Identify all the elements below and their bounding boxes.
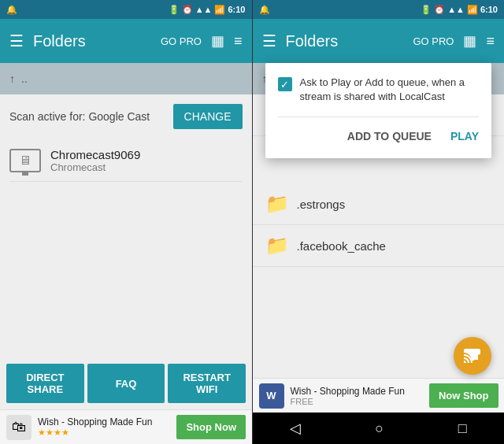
path-left: .. — [21, 72, 28, 85]
back-button-right[interactable]: ◁ — [274, 413, 317, 443]
nav-bar-right: ◁ ○ □ — [253, 413, 505, 444]
up-arrow-left[interactable]: ↑ — [9, 72, 15, 85]
direct-share-button[interactable]: DIRECT SHARE — [6, 364, 84, 403]
folder-icon-1: 📁 — [265, 193, 289, 215]
battery-icon: 🔋 — [169, 5, 180, 15]
folder-name-1: .estrongs — [297, 198, 346, 211]
wifi-icon-right: 📶 — [467, 5, 478, 15]
device-info: Chromecast9069 Chromecast — [50, 148, 140, 173]
list-item[interactable]: 📁 .estrongs — [253, 183, 505, 225]
toolbar-left: ☰ Folders GO PRO ▦ ≡ — [0, 19, 252, 63]
cast-fab[interactable] — [454, 337, 491, 375]
ad-icon-left: 🛍 — [6, 415, 32, 440]
device-icon: 🖥 — [9, 149, 41, 172]
menu-icon-left[interactable]: ☰ — [9, 31, 24, 50]
signal-icon: ▲▲ — [195, 5, 213, 14]
folder-icon-2: 📁 — [265, 235, 289, 257]
change-button[interactable]: CHANGE — [173, 104, 243, 129]
add-to-queue-button[interactable]: ADD TO QUEUE — [347, 127, 432, 146]
dialog-checkbox-row: ✓ Ask to Play or Add to queue, when a st… — [278, 76, 480, 104]
time-display: 6:10 — [228, 5, 245, 14]
play-button[interactable]: PLAY — [450, 127, 479, 146]
device-type: Chromecast — [50, 161, 140, 173]
dialog-checkbox[interactable]: ✓ — [278, 77, 292, 91]
ad-badge-right: FREE — [291, 397, 423, 406]
scan-row: Scan active for: Google Cast CHANGE — [9, 104, 243, 129]
go-pro-button-left[interactable]: GO PRO — [161, 35, 202, 47]
ad-stars-left: ★★★★ — [38, 427, 170, 438]
grid-icon-left[interactable]: ▦ — [211, 32, 224, 50]
notification-icons-right: 🔔 — [259, 5, 270, 15]
ad-icon-right: W — [259, 383, 284, 409]
wifi-icon: 📶 — [214, 5, 225, 15]
menu-icon-right[interactable]: ☰ — [262, 31, 276, 50]
faq-button[interactable]: FAQ — [87, 364, 165, 403]
action-buttons: DIRECT SHARE FAQ RESTART WIFI — [0, 357, 252, 409]
signal-icon-right: ▲▲ — [447, 5, 465, 14]
device-item[interactable]: 🖥 Chromecast9069 Chromecast — [9, 140, 243, 182]
go-pro-button-right[interactable]: GO PRO — [413, 35, 454, 47]
filter-icon-left[interactable]: ≡ — [234, 33, 243, 50]
notification-icons: 🔔 — [6, 5, 17, 15]
ad-banner-right: W Wish - Shopping Made Fun FREE Now Shop — [253, 378, 505, 413]
device-name: Chromecast9069 — [50, 148, 140, 161]
right-panel: 🔔 🔋 ⏰ ▲▲ 📶 6:10 ☰ Folders GO PRO ▦ ≡ ↑ .… — [253, 0, 505, 444]
status-bar-right: 🔔 🔋 ⏰ ▲▲ 📶 6:10 — [253, 0, 505, 19]
shop-now-button-left[interactable]: Shop Now — [176, 415, 246, 439]
toolbar-right: ☰ Folders GO PRO ▦ ≡ — [253, 19, 505, 63]
ad-title-left: Wish - Shopping Made Fun — [38, 416, 170, 427]
list-item[interactable]: 📁 .facebook_cache — [253, 225, 505, 267]
toolbar-title-left: Folders — [33, 32, 151, 50]
folder-name-2: .facebook_cache — [297, 239, 386, 253]
status-bar-left: 🔔 🔋 ⏰ ▲▲ 📶 6:10 — [0, 0, 252, 19]
ad-text-right: Wish - Shopping Made Fun FREE — [291, 386, 423, 406]
ad-text-left: Wish - Shopping Made Fun ★★★★ — [38, 416, 170, 438]
time-display-right: 6:10 — [480, 5, 498, 14]
ad-title-right: Wish - Shopping Made Fun — [291, 386, 423, 397]
restart-wifi-button[interactable]: RESTART WIFI — [168, 364, 246, 403]
shop-now-button-right[interactable]: Now Shop — [429, 383, 498, 408]
filter-icon-right[interactable]: ≡ — [486, 33, 495, 50]
battery-icon-right: 🔋 — [421, 5, 432, 15]
scan-label: Scan active for: Google Cast — [9, 110, 150, 123]
alarm-icon-right: ⏰ — [434, 5, 445, 15]
dialog-text: Ask to Play or Add to queue, when a stre… — [300, 76, 480, 104]
dialog-box: ✓ Ask to Play or Add to queue, when a st… — [265, 63, 492, 158]
ad-banner-left: 🛍 Wish - Shopping Made Fun ★★★★ Shop Now — [0, 409, 252, 444]
dialog-actions: ADD TO QUEUE PLAY — [278, 127, 480, 146]
dialog-divider — [278, 117, 480, 117]
nav-row-left: ↑ .. — [0, 63, 252, 94]
toolbar-title-right: Folders — [286, 32, 404, 50]
recent-button-right[interactable]: □ — [443, 414, 483, 443]
grid-icon-right[interactable]: ▦ — [463, 32, 476, 50]
home-button-right[interactable]: ○ — [359, 414, 399, 443]
alarm-icon: ⏰ — [182, 5, 193, 15]
